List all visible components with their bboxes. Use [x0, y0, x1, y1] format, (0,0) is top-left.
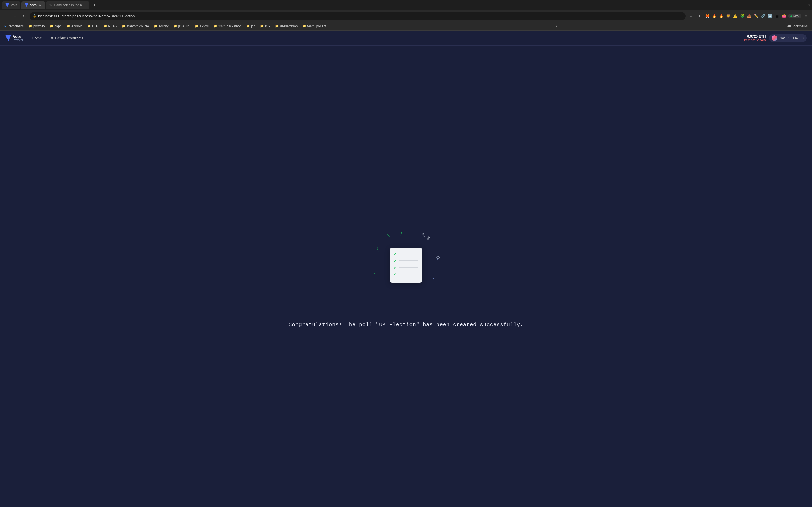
- ext3[interactable]: 🔥: [718, 13, 724, 19]
- wallet-address-text: 0x4d0A....Fb79: [779, 36, 801, 40]
- tab-title-1: Vota: [11, 3, 17, 7]
- bookmark-java[interactable]: 📁 java_uni: [171, 24, 193, 29]
- folder-icon: 📁: [29, 24, 32, 28]
- debug-contracts-link[interactable]: ⚙ Debug Contracts: [47, 34, 87, 42]
- reload-button[interactable]: ↻: [20, 12, 28, 20]
- bookmark-hackathon[interactable]: 📁 2024-hackathon: [211, 24, 244, 29]
- sparkle-1: ◇: [436, 255, 440, 260]
- ext6[interactable]: ✏️: [753, 13, 759, 19]
- bookmark-solidity[interactable]: 📁 solidity: [152, 24, 171, 29]
- tab-candidates[interactable]: W Candidates in the next United Kin: [46, 1, 89, 9]
- success-animation: ℰ ∫ ℓ g ƒ • · · ◇ • ✓ ✓ ✓ ✓: [366, 225, 446, 305]
- bookmark-aitool-label: ai-tool: [200, 24, 209, 28]
- folder-icon-job: 📁: [246, 24, 250, 28]
- vpn-badge[interactable]: VPN: [788, 14, 801, 18]
- bookmark-android[interactable]: 📁 Android: [64, 24, 84, 29]
- bookmark-icp[interactable]: 📁 ICP: [258, 24, 272, 29]
- bookmarks-bar: R Remotasks 📁 portfolio 📁 dapp 📁 Android…: [0, 22, 812, 31]
- bookmark-near-label: NEAR: [108, 24, 117, 28]
- bookmark-dapp[interactable]: 📁 dapp: [48, 24, 64, 29]
- warning-ext[interactable]: ⚠️: [732, 13, 738, 19]
- ext8[interactable]: ⬇️: [767, 13, 773, 19]
- folder-icon-java: 📁: [173, 24, 177, 28]
- success-message: Congratulations! The poll "UK Election" …: [288, 322, 523, 328]
- app-subtitle: Protocol: [13, 39, 23, 42]
- tab-icon-vota-active: [25, 3, 29, 7]
- bookmark-team[interactable]: 📁 team_project: [300, 24, 328, 29]
- tab-icon-vota-inactive: [5, 3, 9, 7]
- bookmark-aitool[interactable]: 📁 ai-tool: [193, 24, 211, 29]
- home-nav-link[interactable]: Home: [28, 34, 46, 42]
- address-bar[interactable]: 🔒 localhost:3000/create-poll-success?pol…: [30, 12, 686, 20]
- check-row-1: ✓: [394, 252, 418, 256]
- check-mark-1: ✓: [394, 252, 397, 256]
- particle-8: ·: [374, 271, 375, 276]
- particle-4: g: [427, 234, 431, 240]
- wallet-avatar: [772, 36, 777, 41]
- eth-amount-text: 0.9725 ETH: [743, 34, 766, 38]
- tab-expand-button[interactable]: ▾: [808, 3, 810, 7]
- bookmark-solidity-label: solidity: [159, 24, 169, 28]
- wallet-ext[interactable]: 👛: [781, 13, 787, 19]
- main-content: ℰ ∫ ℓ g ƒ • · · ◇ • ✓ ✓ ✓ ✓: [0, 46, 812, 507]
- debug-label: Debug Contracts: [55, 36, 83, 40]
- sidebar-toggle[interactable]: ▤: [774, 13, 780, 19]
- ext2[interactable]: 🔥: [711, 13, 717, 19]
- app-name-block: Vota Protocol: [13, 34, 23, 42]
- tab-vota-inactive[interactable]: Vota: [2, 1, 20, 9]
- bookmark-dapp-label: dapp: [54, 24, 62, 28]
- folder-icon-team: 📁: [302, 24, 306, 28]
- header-right: 0.9725 ETH Optimism Sepolia 0x4d0A....Fb…: [743, 34, 807, 42]
- folder-icon-dess: 📁: [275, 24, 279, 28]
- folder-icon-solidity: 📁: [154, 24, 158, 28]
- tab-bar: Vota Vota ✕ W Candidates in the next Uni…: [0, 0, 812, 10]
- folder-icon-icp: 📁: [260, 24, 264, 28]
- wallet-badge[interactable]: 0x4d0A....Fb79 ▾: [769, 34, 807, 42]
- brave-shield[interactable]: 🦁: [725, 13, 731, 19]
- ext5[interactable]: 📥: [746, 13, 752, 19]
- bookmark-job[interactable]: 📁 job: [244, 24, 257, 29]
- check-row-2: ✓: [394, 259, 418, 263]
- more-bookmarks[interactable]: »: [553, 24, 560, 29]
- back-button[interactable]: ←: [2, 12, 10, 20]
- bookmark-portfolio-label: portfolio: [33, 24, 45, 28]
- eth-network-text: Optimism Sepolia: [743, 38, 766, 42]
- metamask-ext[interactable]: 🦊: [704, 13, 710, 19]
- tab-icon-candidates: W: [49, 3, 52, 7]
- checklist-card: ✓ ✓ ✓ ✓: [390, 248, 422, 283]
- folder-icon-hack: 📁: [213, 24, 217, 28]
- tab-close-button[interactable]: ✕: [38, 3, 42, 7]
- sparkle-2: •: [433, 277, 434, 280]
- app-header: Vota Protocol Home ⚙ Debug Contracts 0.9…: [0, 31, 812, 46]
- browser-menu[interactable]: ≡: [802, 12, 810, 20]
- tab-vota-active[interactable]: Vota ✕: [21, 1, 45, 9]
- share-button[interactable]: ⬆: [696, 12, 703, 20]
- app-nav: Home ⚙ Debug Contracts: [28, 34, 87, 42]
- forward-button[interactable]: →: [11, 12, 19, 20]
- logo-icon: [5, 35, 11, 41]
- bookmark-eth-label: ETH: [92, 24, 99, 28]
- bookmark-hackathon-label: 2024-hackathon: [218, 24, 241, 28]
- ext7[interactable]: 🔗: [760, 13, 766, 19]
- bookmark-portfolio[interactable]: 📁 portfolio: [26, 24, 47, 29]
- check-mark-3: ✓: [394, 266, 397, 270]
- particle-5: ƒ: [375, 246, 380, 252]
- bookmark-team-label: team_project: [307, 24, 326, 28]
- new-tab-button[interactable]: +: [91, 1, 98, 9]
- wallet-chevron-icon: ▾: [803, 37, 804, 40]
- bookmarks-button[interactable]: ☆: [687, 12, 695, 20]
- browser-extensions: ☆ ⬆ 🦊 🔥 🔥 🦁 ⚠️ 🧩 📥 ✏️ 🔗 ⬇️ ▤ 👛 VPN ≡: [687, 12, 810, 20]
- bookmark-dessertation-label: dessertation: [280, 24, 298, 28]
- bookmark-remotasks[interactable]: R Remotasks: [2, 24, 26, 29]
- all-bookmarks-button[interactable]: All Bookmarks: [785, 24, 810, 29]
- tab-title-3: Candidates in the next United Kin: [54, 3, 86, 7]
- bookmark-stanford[interactable]: 📁 stanford course: [120, 24, 151, 29]
- bookmark-dessertation[interactable]: 📁 dessertation: [273, 24, 300, 29]
- folder-icon-ai: 📁: [195, 24, 199, 28]
- bookmark-eth[interactable]: 📁 ETH: [85, 24, 101, 29]
- app-logo: Vota Protocol: [5, 34, 23, 42]
- bookmark-near[interactable]: 📁 NEAR: [101, 24, 119, 29]
- check-line-2: [399, 261, 418, 261]
- check-row-4: ✓: [394, 272, 418, 276]
- ext4[interactable]: 🧩: [739, 13, 745, 19]
